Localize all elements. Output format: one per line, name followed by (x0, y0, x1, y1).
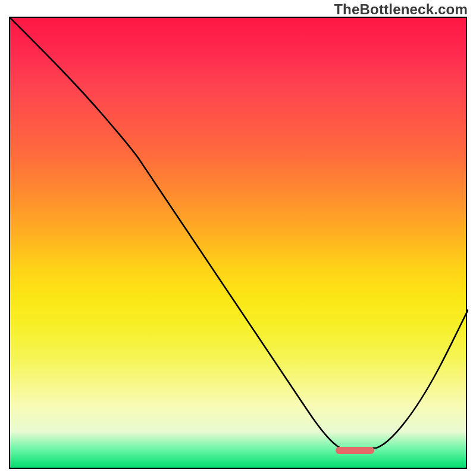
plot-area (9, 17, 467, 469)
watermark-text: TheBottleneck.com (334, 1, 468, 18)
chart-container: TheBottleneck.com (0, 0, 476, 476)
bottleneck-curve (10, 18, 468, 470)
optimal-range-marker (336, 447, 374, 454)
curve-path (10, 18, 468, 448)
